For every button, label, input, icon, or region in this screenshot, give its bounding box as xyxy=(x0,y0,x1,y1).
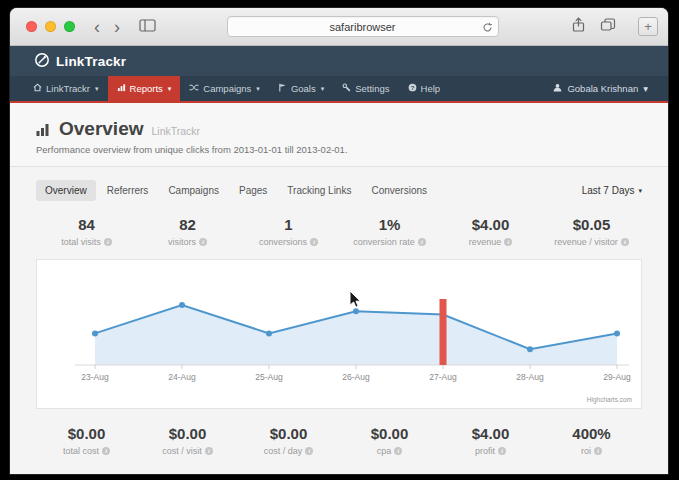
new-tab-button[interactable]: + xyxy=(638,17,658,36)
info-icon[interactable]: i xyxy=(104,238,112,246)
stat-total-visits: 84 total visitsi xyxy=(36,216,137,247)
report-tabs: Overview Referrers Campaigns Pages Track… xyxy=(10,167,668,201)
nav-label: Help xyxy=(421,83,441,94)
caret-down-icon: ▾ xyxy=(643,83,648,94)
traffic-chart-panel: 23-Aug24-Aug25-Aug26-Aug27-Aug28-Aug29-A… xyxy=(36,259,642,409)
info-icon[interactable]: i xyxy=(504,238,512,246)
stat-label: revenue / visitor xyxy=(554,237,618,247)
sidebar-icon xyxy=(139,19,156,35)
stat-label-row: revenuei xyxy=(440,237,541,247)
stat-label-row: cost / dayi xyxy=(238,446,339,456)
stat-conversions: 1 conversionsi xyxy=(238,216,339,247)
refresh-button[interactable] xyxy=(482,21,493,36)
window-controls xyxy=(26,21,75,32)
nav-item-settings[interactable]: Settings xyxy=(333,76,398,101)
page-subtitle: Performance overview from unique clicks … xyxy=(36,144,642,155)
title-row: Overview LinkTrackr xyxy=(36,118,642,140)
stat-roi: 400% roii xyxy=(541,425,642,456)
brand-name: LinkTrackr xyxy=(56,54,126,69)
date-range-label: Last 7 Days xyxy=(582,185,635,196)
user-menu[interactable]: Gobala Krishnan ▾ xyxy=(547,76,654,101)
svg-text:28-Aug: 28-Aug xyxy=(516,372,544,382)
info-icon[interactable]: i xyxy=(305,447,313,455)
info-icon[interactable]: i xyxy=(102,447,110,455)
stat-revenue: $4.00 revenuei xyxy=(440,216,541,247)
tab-pages[interactable]: Pages xyxy=(230,180,276,201)
tab-campaigns[interactable]: Campaigns xyxy=(159,180,228,201)
address-bar[interactable]: safaribrowser xyxy=(227,16,499,37)
share-button[interactable] xyxy=(571,17,586,36)
stat-label-row: profiti xyxy=(440,446,541,456)
page-content: Overview LinkTrackr Performance overview… xyxy=(10,103,668,474)
caret-down-icon: ▾ xyxy=(321,85,325,93)
nav-item-reports[interactable]: Reports ▾ xyxy=(108,76,181,101)
stat-label: cost / day xyxy=(264,446,303,456)
chart-attribution: Highcharts.com xyxy=(587,396,632,403)
caret-down-icon: ▾ xyxy=(95,85,99,93)
stat-label-row: conversionsi xyxy=(238,237,339,247)
tab-referrers[interactable]: Referrers xyxy=(98,180,158,201)
stat-label: roi xyxy=(581,446,591,456)
zoom-window-button[interactable] xyxy=(64,21,75,32)
stat-value: $0.00 xyxy=(137,425,238,442)
stat-label: total visits xyxy=(61,237,101,247)
toolbar-right-group: + xyxy=(571,17,658,36)
stat-label: conversion rate xyxy=(353,237,415,247)
nav-item-help[interactable]: ? Help xyxy=(399,76,450,101)
nav-item-goals[interactable]: Goals ▾ xyxy=(269,76,333,101)
stat-label-row: visitorsi xyxy=(137,237,238,247)
svg-text:23-Aug: 23-Aug xyxy=(81,372,109,382)
date-range-selector[interactable]: Last 7 Days ▾ xyxy=(582,185,642,196)
nav-label: Campaigns xyxy=(203,83,251,94)
stat-cpa: $0.00 cpai xyxy=(339,425,440,456)
svg-text:27-Aug: 27-Aug xyxy=(429,372,457,382)
shuffle-icon xyxy=(189,83,199,94)
info-icon[interactable]: i xyxy=(621,238,629,246)
tab-overview[interactable]: Overview xyxy=(36,180,96,201)
info-icon[interactable]: i xyxy=(199,238,207,246)
tab-conversions[interactable]: Conversions xyxy=(362,180,436,201)
tab-overview-button[interactable] xyxy=(600,18,616,35)
nav-label: LinkTrackr xyxy=(46,83,90,94)
flag-icon xyxy=(278,83,287,94)
page-title-suffix: LinkTrackr xyxy=(152,125,201,137)
info-icon[interactable]: i xyxy=(498,447,506,455)
user-name: Gobala Krishnan xyxy=(567,83,638,94)
stat-label: cpa xyxy=(377,446,392,456)
stat-label-row: cost / visiti xyxy=(137,446,238,456)
page-header: Overview LinkTrackr Performance overview… xyxy=(10,103,668,167)
info-icon[interactable]: i xyxy=(205,447,213,455)
close-window-button[interactable] xyxy=(26,21,37,32)
caret-down-icon: ▾ xyxy=(256,85,260,93)
nav-label: Reports xyxy=(130,83,163,94)
overview-chart-icon xyxy=(36,123,51,136)
brand-logo[interactable]: LinkTrackr xyxy=(34,52,126,71)
info-icon[interactable]: i xyxy=(594,447,602,455)
stat-revenue-visitor: $0.05 revenue / visitori xyxy=(541,216,642,247)
tab-tracking-links[interactable]: Tracking Links xyxy=(278,180,360,201)
stat-label-row: total costi xyxy=(36,446,137,456)
stat-profit: $4.00 profiti xyxy=(440,425,541,456)
caret-down-icon: ▾ xyxy=(638,187,642,195)
stats-row-bottom: $0.00 total costi $0.00 cost / visiti $0… xyxy=(10,409,668,460)
sidebar-toggle-button[interactable] xyxy=(139,19,156,35)
nav-item-campaigns[interactable]: Campaigns ▾ xyxy=(180,76,269,101)
address-bar-text: safaribrowser xyxy=(329,21,395,33)
stat-label: conversions xyxy=(259,237,307,247)
stat-label-row: roii xyxy=(541,446,642,456)
info-icon[interactable]: i xyxy=(394,447,402,455)
nav-item-linktrackr[interactable]: LinkTrackr ▾ xyxy=(24,76,108,101)
info-icon[interactable]: i xyxy=(310,238,318,246)
nav-label: Goals xyxy=(291,83,316,94)
info-icon[interactable]: i xyxy=(418,238,426,246)
forward-button[interactable]: › xyxy=(107,17,127,37)
stat-cost-visit: $0.00 cost / visiti xyxy=(137,425,238,456)
stat-value: $4.00 xyxy=(440,216,541,233)
stat-label-row: cpai xyxy=(339,446,440,456)
stat-value: $0.05 xyxy=(541,216,642,233)
svg-text:24-Aug: 24-Aug xyxy=(168,372,196,382)
user-icon xyxy=(553,83,562,94)
minimize-window-button[interactable] xyxy=(45,21,56,32)
back-button[interactable]: ‹ xyxy=(87,17,107,37)
browser-toolbar: ‹ › safaribrowser xyxy=(10,8,668,46)
